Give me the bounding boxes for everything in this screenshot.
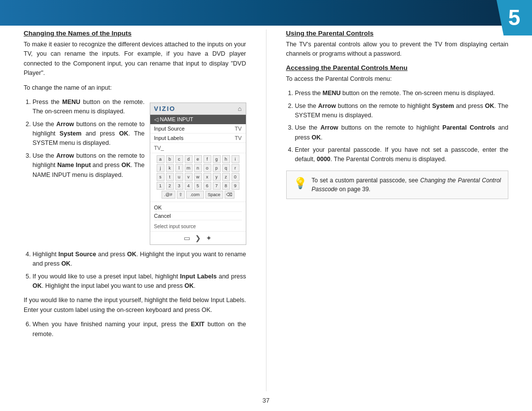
key-u: u xyxy=(175,173,183,181)
key-e: e xyxy=(194,155,202,163)
tv-menu-row-input-labels: Input Labels TV xyxy=(150,134,246,143)
key-shift: ⇧ xyxy=(177,191,185,199)
right-section-title: Using the Parental Controls xyxy=(286,30,509,37)
tv-mockup: VIZIO ⌂ ◁ NAME INPUT Input Source TV Inp… xyxy=(150,103,246,245)
left-step-5: If you would like to use a preset input … xyxy=(33,272,246,291)
right-steps-list: Press the MENU button on the remote. The… xyxy=(286,89,509,165)
key-7: 7 xyxy=(213,182,221,190)
key-symbols: .@# xyxy=(162,191,175,199)
key-dotcom: .com xyxy=(186,191,204,199)
tv-nav-bar: ▭ ❯ ✦ xyxy=(150,232,246,244)
left-column: Changing the Names of the Inputs To make… xyxy=(24,30,250,391)
key-6: 6 xyxy=(203,182,211,190)
kb-row-2: j k l m n o p q r xyxy=(153,164,243,172)
key-2: 2 xyxy=(166,182,174,190)
nav-check-icon: ❯ xyxy=(195,234,201,242)
tip-box: 💡 To set a custom parental passcode, see… xyxy=(286,171,509,199)
key-backspace: ⌫ xyxy=(225,191,234,199)
input-source-label: Input Source xyxy=(154,126,185,132)
back-arrow-icon: ◁ xyxy=(154,116,158,123)
key-z: z xyxy=(222,173,230,181)
left-outro-text: If you would like to name the input your… xyxy=(24,296,246,315)
tv-ok-cancel: OK Cancel xyxy=(150,202,246,222)
tv-header: VIZIO ⌂ xyxy=(150,103,246,115)
key-8: 8 xyxy=(222,182,230,190)
right-intro-text: The TV's parental controls allow you to … xyxy=(286,40,509,59)
key-h: h xyxy=(222,155,230,163)
top-bar xyxy=(0,0,532,26)
left-intro-text: To make it easier to recognize the diffe… xyxy=(24,40,246,78)
input-labels-value: TV xyxy=(234,135,241,141)
tv-logo: VIZIO xyxy=(154,105,176,112)
right-step-2: Use the Arrow buttons on the remote to h… xyxy=(295,102,509,121)
right-step-4: Enter your parental passcode. If you hav… xyxy=(295,145,509,165)
left-steps-list-continued: Highlight Input Source and press OK. Hig… xyxy=(24,250,246,291)
key-x: x xyxy=(203,173,211,181)
left-change-prompt: To change the name of an input: xyxy=(24,83,246,93)
right-subsection-title: Accessing the Parental Controls Menu xyxy=(286,64,509,71)
tv-submenu-title: ◁ NAME INPUT xyxy=(150,115,246,124)
kb-row-5: .@# ⇧ .com Space ⌫ xyxy=(153,191,243,199)
key-k: k xyxy=(166,164,174,172)
page-number-badge: 5 xyxy=(508,5,520,30)
right-step-1: Press the MENU button on the remote. The… xyxy=(295,89,509,98)
key-y: y xyxy=(213,173,221,181)
key-b: b xyxy=(166,155,174,163)
left-step-3: Use the Arrow buttons on the remote to h… xyxy=(33,151,145,180)
left-steps-list: Press the MENU button on the remote. The… xyxy=(24,98,145,180)
kb-row-1: a b c d e f g h i xyxy=(153,155,243,163)
tv-cancel-button: Cancel xyxy=(154,212,242,220)
key-g: g xyxy=(213,155,221,163)
key-c: c xyxy=(175,155,183,163)
left-step-1: Press the MENU button on the remote. The… xyxy=(33,98,145,117)
input-source-value: TV xyxy=(234,126,241,132)
kb-row-3: s t u v w x y z 0 xyxy=(153,173,243,181)
input-labels-label: Input Labels xyxy=(154,135,184,141)
left-step-4: Highlight Input Source and press OK. Hig… xyxy=(33,250,246,269)
key-j: j xyxy=(157,164,165,172)
tv-menu-row-input-source: Input Source TV xyxy=(150,124,246,134)
key-a: a xyxy=(157,155,165,163)
tip-text: To set a custom parental passcode, see C… xyxy=(312,176,501,194)
key-n: n xyxy=(194,164,202,172)
tv-keyboard: a b c d e f g h i j k l m xyxy=(150,153,246,202)
main-content: Changing the Names of the Inputs To make… xyxy=(24,30,508,391)
key-q: q xyxy=(222,164,230,172)
home-icon: ⌂ xyxy=(238,105,242,112)
key-0: 0 xyxy=(232,173,239,181)
key-s: s xyxy=(157,173,165,181)
key-t: t xyxy=(166,173,174,181)
key-1: 1 xyxy=(157,182,165,190)
left-step-6: When you have finished naming your input… xyxy=(33,320,246,339)
key-w: w xyxy=(194,173,202,181)
tv-status-bar: Select input source xyxy=(150,222,246,232)
left-step-6-list: When you have finished naming your input… xyxy=(24,320,246,339)
page-footer-number: 37 xyxy=(263,397,269,404)
submenu-label: NAME INPUT xyxy=(160,116,194,122)
right-access-prompt: To access the Parental Controls menu: xyxy=(286,74,509,84)
key-f: f xyxy=(203,155,211,163)
key-r: r xyxy=(232,164,239,172)
column-divider xyxy=(266,30,266,391)
key-d: d xyxy=(185,155,193,163)
tip-lightbulb-icon: 💡 xyxy=(294,177,307,190)
left-step-2: Use the Arrow buttons on the remote to h… xyxy=(33,120,145,148)
key-3: 3 xyxy=(175,182,183,190)
key-5: 5 xyxy=(194,182,202,190)
right-column: Using the Parental Controls The TV's par… xyxy=(282,30,509,391)
key-m: m xyxy=(185,164,193,172)
key-space: Space xyxy=(205,191,223,199)
key-v: v xyxy=(185,173,193,181)
kb-row-4: 1 2 3 4 5 6 7 8 9 xyxy=(153,182,243,190)
tv-ok-button: OK xyxy=(154,204,242,212)
key-4: 4 xyxy=(185,182,193,190)
key-9: 9 xyxy=(232,182,239,190)
key-p: p xyxy=(213,164,221,172)
nav-screen-icon: ▭ xyxy=(184,234,190,242)
right-step-3: Use the Arrow buttons on the remote to h… xyxy=(295,123,509,142)
tv-field-display: TV_ xyxy=(150,143,246,153)
key-i: i xyxy=(232,155,239,163)
key-o: o xyxy=(203,164,211,172)
key-l: l xyxy=(175,164,183,172)
left-section-title: Changing the Names of the Inputs xyxy=(24,30,246,37)
